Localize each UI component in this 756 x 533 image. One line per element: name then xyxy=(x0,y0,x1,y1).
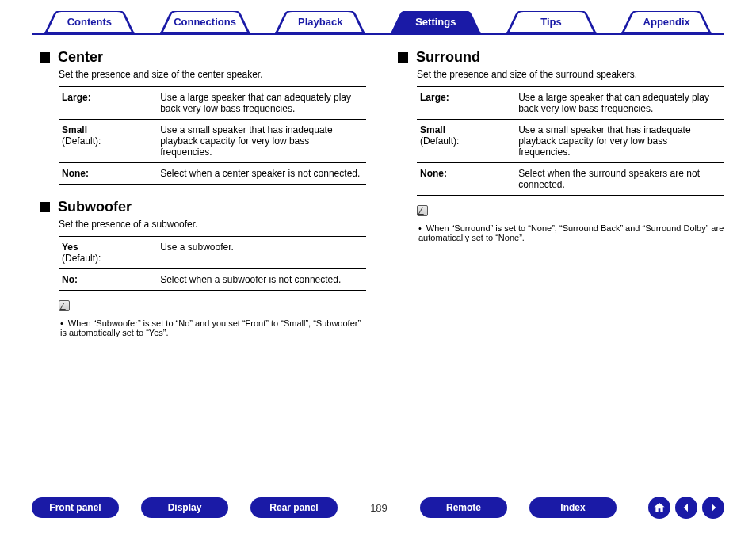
option-key: Large: xyxy=(420,92,449,103)
tab-label: Connections xyxy=(174,16,236,28)
option-value: Use a large speaker that can adequately … xyxy=(515,87,724,120)
section-heading-center: Center xyxy=(40,49,366,66)
option-value: Select when the surround speakers are no… xyxy=(515,163,724,196)
heading-text: Subwoofer xyxy=(58,199,132,215)
options-table-surround: Large: Use a large speaker that can adeq… xyxy=(417,86,724,196)
note-block: When “Surround” is set to “None”, “Surro… xyxy=(417,205,724,242)
options-table-subwoofer: Yes(Default): Use a subwoofer. No: Selec… xyxy=(59,236,366,291)
front-panel-button[interactable]: Front panel xyxy=(32,497,119,518)
heading-text: Center xyxy=(58,49,103,66)
top-tabs: Contents Connections Playback Settings T… xyxy=(32,11,724,35)
display-button[interactable]: Display xyxy=(141,497,228,518)
option-value: Select when a center speaker is not conn… xyxy=(157,163,366,185)
tab-label: Tips xyxy=(540,16,562,28)
section-subtitle: Set the presence of a subwoofer. xyxy=(59,219,366,230)
heading-text: Surround xyxy=(416,49,480,66)
bottom-bar: Front panel Display Rear panel 189 Remot… xyxy=(0,497,756,519)
option-value: Use a subwoofer. xyxy=(157,237,366,269)
tab-label: Contents xyxy=(67,16,112,28)
square-bullet-icon xyxy=(40,52,50,63)
page-number: 189 xyxy=(360,502,398,514)
table-row: Large: Use a large speaker that can adeq… xyxy=(59,87,366,120)
rear-panel-button[interactable]: Rear panel xyxy=(250,497,338,518)
option-key-sub: (Default): xyxy=(62,253,101,264)
tab-appendix[interactable]: Appendix xyxy=(609,11,724,33)
option-value: Use a small speaker that has inadequate … xyxy=(157,120,366,163)
index-button[interactable]: Index xyxy=(529,497,617,518)
options-table-center: Large: Use a large speaker that can adeq… xyxy=(59,86,366,185)
section-subtitle: Set the presence and size of the center … xyxy=(59,69,366,80)
nav-icons xyxy=(648,497,724,519)
section-subtitle: Set the presence and size of the surroun… xyxy=(417,69,724,80)
option-value: Use a small speaker that has inadequate … xyxy=(515,120,724,163)
tab-settings[interactable]: Settings xyxy=(378,11,494,33)
option-key-sub: (Default): xyxy=(62,135,101,147)
option-key: Small xyxy=(62,124,87,135)
option-key: Yes xyxy=(62,242,78,253)
tab-tips[interactable]: Tips xyxy=(494,11,609,33)
tab-label: Settings xyxy=(415,16,456,28)
pencil-note-icon xyxy=(59,300,70,311)
pencil-note-icon xyxy=(417,205,428,216)
option-key-sub: (Default): xyxy=(420,135,459,147)
home-icon[interactable] xyxy=(648,497,670,519)
table-row: Small(Default): Use a small speaker that… xyxy=(417,120,724,163)
note-text: When “Surround” is set to “None”, “Surro… xyxy=(418,223,724,242)
tab-label: Playback xyxy=(298,16,342,28)
prev-page-icon[interactable] xyxy=(675,497,697,519)
table-row: Yes(Default): Use a subwoofer. xyxy=(59,237,366,269)
tab-contents[interactable]: Contents xyxy=(32,11,147,33)
table-row: No: Select when a subwoofer is not conne… xyxy=(59,269,366,291)
table-row: None: Select when the surround speakers … xyxy=(417,163,724,196)
note-text: When “Subwoofer” is set to “No” and you … xyxy=(60,318,366,337)
option-key: None: xyxy=(62,168,89,179)
section-heading-surround: Surround xyxy=(398,49,724,66)
option-key: Large: xyxy=(62,92,91,103)
option-key: No: xyxy=(62,274,78,285)
next-page-icon[interactable] xyxy=(702,497,724,519)
table-row: None: Select when a center speaker is no… xyxy=(59,163,366,185)
square-bullet-icon xyxy=(398,52,408,63)
right-column: Surround Set the presence and size of th… xyxy=(398,43,724,337)
option-key: None: xyxy=(420,168,447,179)
section-heading-subwoofer: Subwoofer xyxy=(40,199,366,215)
option-value: Select when a subwoofer is not connected… xyxy=(157,269,366,291)
option-value: Use a large speaker that can adequately … xyxy=(157,87,366,120)
option-key: Small xyxy=(420,124,445,135)
tab-playback[interactable]: Playback xyxy=(262,11,378,33)
note-block: When “Subwoofer” is set to “No” and you … xyxy=(59,300,366,337)
table-row: Small(Default): Use a small speaker that… xyxy=(59,120,366,163)
table-row: Large: Use a large speaker that can adeq… xyxy=(417,87,724,120)
square-bullet-icon xyxy=(40,202,50,212)
tab-label: Appendix xyxy=(643,16,690,28)
content-area: Center Set the presence and size of the … xyxy=(0,35,756,337)
remote-button[interactable]: Remote xyxy=(420,497,507,518)
tab-connections[interactable]: Connections xyxy=(147,11,263,33)
left-column: Center Set the presence and size of the … xyxy=(40,43,366,337)
